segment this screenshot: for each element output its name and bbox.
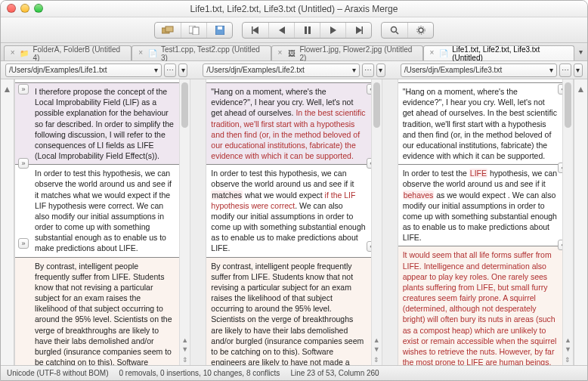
ruler-up-icon: ▲	[3, 84, 12, 94]
editor-2[interactable]: "Hang on a moment, where's the evidence?…	[206, 79, 381, 365]
path-extra-2[interactable]: ▾	[376, 64, 385, 77]
dropdown-icon: ▾	[154, 66, 158, 74]
pause-icon	[304, 26, 311, 34]
merge-right-button[interactable]: »	[18, 158, 29, 169]
folder-compare-button[interactable]	[155, 23, 181, 38]
options-button[interactable]	[407, 23, 433, 38]
tab-life[interactable]: × 📄 Life1.txt, Life2.txt, Life3.txt (Unt…	[423, 45, 574, 60]
search-button[interactable]	[382, 23, 407, 38]
path-bar: /Users/djn/Examples/Life1.txt ▾ ⋯ ▾ /Use…	[1, 61, 587, 79]
dropdown-icon: ▾	[352, 66, 356, 74]
diff-chunk: By contrast, intelligent people frequent…	[15, 258, 179, 365]
close-tab-icon[interactable]: ×	[137, 50, 144, 57]
gear-icon	[416, 26, 426, 35]
svg-rect-8	[308, 26, 311, 34]
tab-foldera[interactable]: × 📁 FolderA, FolderB (Untitled 4)	[4, 45, 132, 60]
first-diff-button[interactable]	[243, 23, 268, 38]
toolbar	[1, 17, 587, 43]
pane-1: I therefore propose the concept of the L…	[14, 79, 190, 365]
merge-right-button[interactable]: »	[18, 84, 29, 94]
editor-1[interactable]: I therefore propose the concept of the L…	[15, 79, 190, 365]
path-extra-1[interactable]: ▾	[178, 64, 187, 77]
diff-chunk: It would seem that all life forms suffer…	[398, 246, 562, 365]
path-text: /Users/djn/Examples/Life2.txt	[206, 66, 305, 74]
status-encoding: Unicode (UTF-8 without BOM)	[7, 369, 108, 377]
files-icon	[189, 26, 200, 35]
folder-icon: 📁	[20, 49, 29, 58]
link-column-12	[190, 79, 206, 365]
path-combo-1[interactable]: /Users/djn/Examples/Life1.txt ▾	[5, 64, 162, 77]
scroll-up-icon: ▲	[563, 336, 573, 344]
tab-label: FolderA, FolderB (Untitled 4)	[32, 45, 123, 62]
image-icon: 🖼	[287, 49, 296, 58]
scroll-thumb[interactable]	[373, 82, 380, 128]
prev-icon	[279, 26, 285, 34]
diff-chunk: In order to test the LIFE hypothesis, we…	[398, 165, 562, 246]
file-compare-button[interactable]	[181, 23, 206, 38]
next-diff-button[interactable]	[320, 23, 345, 38]
current-diff-button[interactable]	[294, 23, 320, 38]
save-button[interactable]	[206, 23, 232, 38]
path-text: /Users/djn/Examples/Life1.txt	[9, 66, 107, 74]
svg-rect-1	[166, 26, 173, 32]
scroll-up-icon: ▲	[372, 336, 382, 344]
merge-right-button[interactable]: »	[18, 238, 29, 249]
tab-flower[interactable]: × 🖼 Flower1.jpg, Flower2.jpg (Untitled 2…	[271, 45, 423, 60]
title-bar: Life1.txt, Life2.txt, Life3.txt (Untitle…	[1, 1, 587, 17]
window-controls	[7, 4, 43, 13]
link-column-23	[382, 79, 398, 365]
tab-test1[interactable]: × 📄 Test1.cpp, Test2.cpp (Untitled 3)	[132, 45, 271, 60]
search-icon	[390, 26, 399, 35]
diff-chunk: In order to test this hypothesis, we can…	[15, 165, 179, 257]
next-icon	[330, 26, 336, 34]
editor-3[interactable]: "Hang on a moment, where's the evidence?…	[398, 79, 573, 365]
close-tab-icon[interactable]: ×	[429, 50, 435, 57]
tab-overflow-button[interactable]: ▾	[574, 43, 587, 60]
path-menu-2[interactable]: ⋯	[362, 64, 374, 77]
tab-label: Flower1.jpg, Flower2.jpg (Untitled 2)	[299, 45, 414, 62]
diff-chunk: I therefore propose the concept of the L…	[15, 82, 179, 165]
path-menu-1[interactable]: ⋯	[164, 64, 176, 77]
status-diffs: 0 removals, 0 insertions, 10 changes, 8 …	[119, 369, 280, 377]
scroll-down-icon: ▼	[372, 345, 382, 353]
path-menu-3[interactable]: ⋯	[559, 64, 571, 77]
diff-chunk: By contrast, intelligent people frequent…	[206, 258, 370, 365]
text-icon: 📄	[439, 49, 448, 58]
pane-2: "Hang on a moment, where's the evidence?…	[206, 79, 382, 365]
scrollbar-2[interactable]: ▲ ▼ ⇕	[371, 79, 382, 365]
close-tab-icon[interactable]: ×	[277, 50, 283, 57]
scrollbar-1[interactable]: ▲ ▼ ⇕	[179, 79, 190, 365]
status-cursor: Line 23 of 53, Column 260	[290, 369, 379, 377]
scroll-thumb[interactable]	[181, 82, 188, 128]
svg-rect-6	[252, 26, 253, 34]
scrollbar-3[interactable]: ▲ ▼ ⇕	[562, 79, 573, 365]
path-combo-3[interactable]: /Users/djn/Examples/Life3.txt ▾	[401, 64, 557, 77]
path-text: /Users/djn/Examples/Life3.txt	[404, 66, 503, 74]
close-window-button[interactable]	[7, 4, 16, 13]
overview-ruler-right[interactable]: ▲	[574, 79, 587, 365]
tab-label: Life1.txt, Life2.txt, Life3.txt (Untitle…	[452, 45, 566, 62]
status-bar: Unicode (UTF-8 without BOM) 0 removals, …	[1, 365, 587, 380]
path-extra-3[interactable]: ▾	[574, 64, 583, 77]
tab-label: Test1.cpp, Test2.cpp (Untitled 3)	[161, 45, 263, 62]
scroll-up-icon: ▲	[180, 336, 190, 344]
overview-ruler-left[interactable]: ▲	[1, 79, 14, 365]
svg-rect-9	[361, 26, 363, 34]
diff-chunk: In order to test this hypothesis, we can…	[206, 165, 370, 257]
dropdown-icon: ▾	[549, 66, 553, 74]
document-tab-bar: × 📁 FolderA, FolderB (Untitled 4) × 📄 Te…	[1, 43, 587, 61]
zoom-window-button[interactable]	[34, 4, 43, 13]
minimize-window-button[interactable]	[20, 4, 29, 13]
scroll-thumb[interactable]	[565, 82, 571, 128]
pane-3: "Hang on a moment, where's the evidence?…	[398, 79, 574, 365]
svg-rect-3	[193, 27, 199, 35]
source-icon: 📄	[148, 49, 157, 58]
save-icon	[215, 26, 224, 35]
window-title: Life1.txt, Life2.txt, Life3.txt (Untitle…	[190, 4, 398, 14]
close-tab-icon[interactable]: ×	[9, 50, 16, 57]
path-combo-2[interactable]: /Users/djn/Examples/Life2.txt ▾	[203, 64, 359, 77]
diff-chunk: "Hang on a moment, where's the evidence?…	[398, 82, 562, 165]
last-diff-button[interactable]	[345, 23, 371, 38]
prev-diff-button[interactable]	[268, 23, 294, 38]
svg-point-12	[419, 28, 423, 33]
